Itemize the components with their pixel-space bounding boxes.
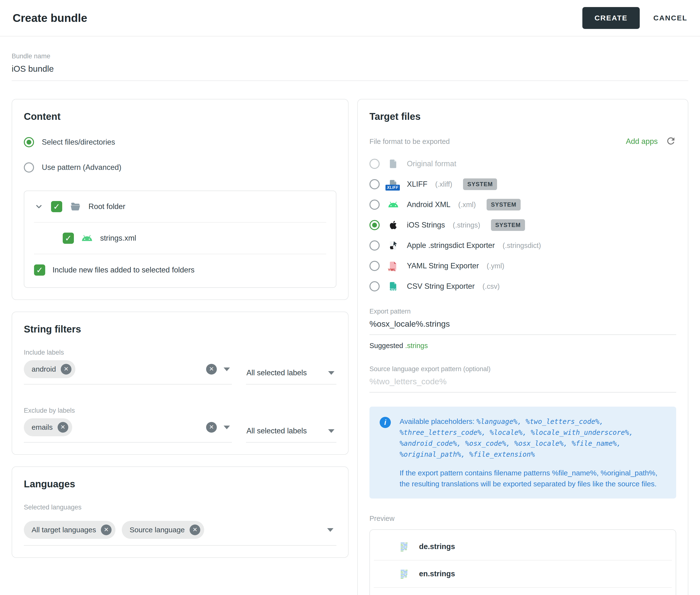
system-badge: SYSTEM xyxy=(486,199,521,210)
clear-field-icon[interactable] xyxy=(206,422,217,433)
radio-unchecked-icon xyxy=(369,240,380,251)
checkbox-checked-icon[interactable] xyxy=(63,233,74,244)
include-mode-value: All selected labels xyxy=(247,368,307,377)
xliff-tag-label: XLIFF xyxy=(386,185,400,191)
exclude-mode-value: All selected labels xyxy=(247,427,307,435)
radio-unchecked-icon xyxy=(369,281,380,291)
columns: Content Select files/directories Use pat… xyxy=(12,99,688,595)
csv-file-icon: CSV xyxy=(387,281,399,292)
tree-row-strings-xml[interactable]: strings.xml xyxy=(34,223,326,254)
clear-field-icon[interactable] xyxy=(206,364,217,374)
target-files-card: Target files File format to be exported … xyxy=(357,99,688,595)
chip-text: Source language xyxy=(130,526,185,534)
radio-use-pattern-label: Use pattern (Advanced) xyxy=(42,163,121,172)
label-chip[interactable]: emails xyxy=(24,418,72,436)
info-note-text: If the export pattern contains filename … xyxy=(399,468,666,489)
include-new-files-checkbox-row[interactable]: Include new files added to selected fold… xyxy=(34,254,326,287)
bundle-name-label: Bundle name xyxy=(12,53,688,60)
language-chip[interactable]: All target languages xyxy=(24,521,115,539)
main-content: Bundle name iOS bundle Content Select fi… xyxy=(0,53,700,595)
android-icon xyxy=(387,199,399,210)
create-button[interactable]: CREATE xyxy=(582,7,640,29)
format-ext: (.xml) xyxy=(458,201,476,209)
chevron-down-icon[interactable] xyxy=(224,426,230,429)
radio-unchecked-icon xyxy=(369,261,380,271)
preview-file-name: de.strings xyxy=(419,542,455,551)
suggested-strings-link[interactable]: .strings xyxy=(405,342,428,349)
yml-tag-label: YML xyxy=(388,267,396,272)
source-pattern-input[interactable]: %two_letters_code% xyxy=(369,377,676,393)
radio-unchecked-icon xyxy=(369,200,380,210)
file-format-label: File format to be exported xyxy=(369,138,450,146)
export-pattern-field: Export pattern %osx_locale%.strings xyxy=(369,308,676,335)
chip-remove-icon[interactable] xyxy=(190,525,200,535)
info-icon xyxy=(380,417,391,428)
format-option-csv[interactable]: CSV CSV String Exporter (.csv) xyxy=(369,276,676,296)
radio-checked-icon xyxy=(24,137,34,147)
format-option-original: Original format xyxy=(369,153,676,174)
checkbox-checked-icon[interactable] xyxy=(34,264,45,276)
source-pattern-label: Source language export pattern (optional… xyxy=(369,365,676,373)
format-option-stringsdict[interactable]: Apple .stringsdict Exporter (.stringsdic… xyxy=(369,235,676,256)
chevron-down-icon[interactable] xyxy=(34,202,44,211)
exclude-labels-input[interactable]: emails xyxy=(24,415,232,443)
languages-card: Languages Selected languages All target … xyxy=(12,466,348,558)
chevron-down-icon[interactable] xyxy=(327,528,334,532)
content-card: Content Select files/directories Use pat… xyxy=(12,99,348,300)
yaml-file-icon: YML xyxy=(387,260,399,272)
tree-file-label: strings.xml xyxy=(100,234,136,243)
label-chip[interactable]: android xyxy=(24,360,75,378)
format-option-android-xml[interactable]: Android XML (.xml) SYSTEM xyxy=(369,194,676,215)
format-option-yaml[interactable]: YML YAML String Exporter (.yml) xyxy=(369,256,676,276)
format-name: iOS Strings xyxy=(407,221,445,229)
include-new-files-label: Include new files added to selected fold… xyxy=(53,266,194,275)
export-pattern-input[interactable]: %osx_locale%.strings xyxy=(369,319,676,335)
chip-remove-icon[interactable] xyxy=(58,422,68,433)
strings-file-icon xyxy=(399,568,410,579)
chip-remove-icon[interactable] xyxy=(101,525,112,535)
left-column: Content Select files/directories Use pat… xyxy=(12,99,348,558)
include-mode-select[interactable]: All selected labels xyxy=(246,368,336,385)
refresh-icon[interactable] xyxy=(666,136,676,147)
language-chip[interactable]: Source language xyxy=(122,521,204,539)
include-labels-block: Include labels android xyxy=(24,349,336,385)
format-name: Original format xyxy=(407,160,456,168)
exclude-mode-select[interactable]: All selected labels xyxy=(246,427,336,443)
format-option-ios-strings[interactable]: iOS Strings (.strings) SYSTEM xyxy=(369,215,676,235)
string-filters-title: String filters xyxy=(24,324,336,335)
selected-languages-block: Selected languages All target languages … xyxy=(24,504,336,546)
preview-list: de.strings xyxy=(369,529,676,595)
add-apps-link[interactable]: Add apps xyxy=(626,137,658,146)
bundle-name-input[interactable]: iOS bundle xyxy=(12,64,688,74)
format-option-xliff[interactable]: XLIFF XLIFF (.xliff) SYSTEM xyxy=(369,174,676,194)
strings-file-icon xyxy=(399,541,410,552)
languages-select[interactable]: All target languages Source language xyxy=(24,516,336,546)
cancel-button[interactable]: CANCEL xyxy=(653,14,688,22)
chip-text: emails xyxy=(32,423,53,431)
preview-file-row: de.strings xyxy=(370,533,676,560)
radio-select-files[interactable]: Select files/directories xyxy=(24,137,336,147)
chip-remove-icon[interactable] xyxy=(61,364,72,374)
checkbox-checked-icon[interactable] xyxy=(51,201,62,212)
include-labels-input[interactable]: android xyxy=(24,356,232,385)
target-files-title: Target files xyxy=(369,111,676,122)
suggested-row: Suggested .strings xyxy=(369,342,676,350)
format-name: XLIFF xyxy=(407,180,427,189)
chevron-down-icon xyxy=(328,429,334,433)
chevron-down-icon xyxy=(328,371,334,375)
chip-text: All target languages xyxy=(32,526,96,534)
header-actions: CREATE CANCEL xyxy=(582,7,688,29)
format-name: YAML String Exporter xyxy=(407,261,479,270)
bundle-name-field: Bundle name iOS bundle xyxy=(12,53,688,81)
chevron-down-icon[interactable] xyxy=(224,368,230,371)
csv-tag-label: CSV xyxy=(388,288,396,292)
radio-disabled-icon xyxy=(369,159,380,169)
export-pattern-label: Export pattern xyxy=(369,308,676,315)
radio-checked-icon xyxy=(369,220,380,230)
info-placeholders-text: Available placeholders: %language%, %two… xyxy=(399,416,666,460)
selected-languages-label: Selected languages xyxy=(24,504,336,511)
tree-row-root-folder[interactable]: Root folder xyxy=(34,191,326,222)
exclude-labels-label: Exclude by labels xyxy=(24,407,336,415)
radio-use-pattern[interactable]: Use pattern (Advanced) xyxy=(24,162,336,173)
languages-title: Languages xyxy=(24,479,336,489)
